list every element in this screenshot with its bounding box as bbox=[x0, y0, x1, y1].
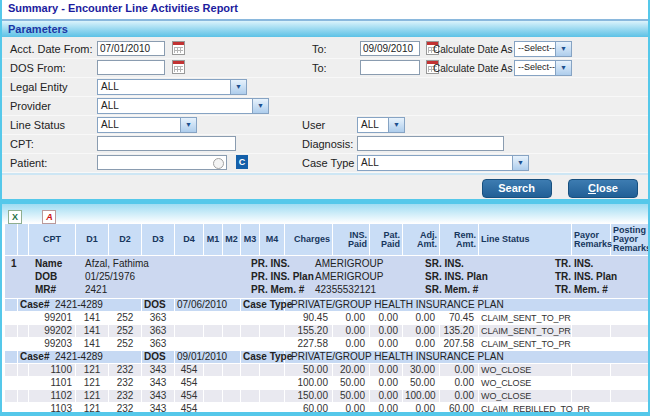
line-row: 99203141252363227.580.000.000.00207.58CL… bbox=[5, 338, 650, 350]
cpt-input[interactable] bbox=[97, 136, 236, 151]
cell-ins_paid: 50.00 bbox=[333, 390, 369, 402]
cell-m1 bbox=[204, 338, 222, 350]
cell-d1: 141 bbox=[76, 338, 108, 350]
cell-cpt: 1102 bbox=[29, 390, 75, 402]
chevron-down-icon bbox=[555, 42, 571, 56]
acct-date-to-input[interactable] bbox=[360, 41, 420, 56]
cell-pat_paid: 0.00 bbox=[370, 377, 402, 389]
pdf-export-icon[interactable]: A bbox=[42, 210, 56, 224]
close-button[interactable]: Close bbox=[568, 179, 638, 198]
cell-line_status: CLAIM_SENT_TO_PR bbox=[479, 338, 571, 350]
excel-export-icon[interactable]: X bbox=[8, 210, 22, 224]
legal-entity-select[interactable]: ALL bbox=[97, 79, 247, 95]
cell-spacer bbox=[18, 364, 28, 376]
encounter-lines-table: CPT D1 D2 D3 D4 M1 M2 M3 M4 Charges INS.… bbox=[4, 223, 650, 416]
col-d2: D2 bbox=[109, 224, 141, 255]
cell-rem_amt: 135.20 bbox=[440, 325, 478, 337]
patient-input[interactable] bbox=[97, 155, 227, 170]
col-line-status: Line Status bbox=[479, 224, 571, 255]
cell-d4 bbox=[175, 325, 203, 337]
cell-spacer bbox=[5, 403, 17, 415]
col-adj-amt: Adj. Amt. bbox=[403, 224, 439, 255]
cell-charges: 155.20 bbox=[285, 325, 332, 337]
cell-line_status: WO_CLOSE bbox=[479, 364, 571, 376]
tr-ins-plan-label: TR. INS. Plan bbox=[555, 270, 650, 283]
cell-d4: 454 bbox=[175, 377, 203, 389]
form-row-line-status: Line Status ALL User ALL bbox=[2, 116, 648, 135]
col-m2: M2 bbox=[223, 224, 240, 255]
cpt-label: CPT: bbox=[10, 138, 34, 150]
cell-posting_payor_remarks bbox=[611, 325, 650, 337]
cell-payor_remarks bbox=[572, 312, 610, 324]
patient-field: C bbox=[97, 155, 248, 170]
cell-d1: 121 bbox=[76, 390, 108, 402]
cell-d1: 141 bbox=[76, 312, 108, 324]
case-type-label: Case Type bbox=[241, 299, 284, 311]
pr-ins-label: PR. INS. bbox=[251, 257, 315, 270]
calendar-icon[interactable] bbox=[172, 41, 185, 55]
dob-label: DOB bbox=[35, 270, 85, 283]
cell-m4 bbox=[260, 390, 284, 402]
legal-entity-label: Legal Entity bbox=[10, 81, 67, 93]
case-type-select[interactable]: ALL bbox=[357, 155, 529, 171]
case-number: Case# 2421-4289 bbox=[18, 299, 141, 311]
form-row-acct-date: Acct. Date From: To: Calculate Date As -… bbox=[2, 40, 648, 59]
acct-date-to-label: To: bbox=[312, 43, 327, 55]
dos-from-input[interactable] bbox=[97, 60, 165, 75]
cell-posting_payor_remarks bbox=[611, 312, 650, 324]
chevron-down-icon bbox=[230, 80, 246, 94]
cell-charges: 100.00 bbox=[285, 377, 332, 389]
cell-m2 bbox=[223, 312, 240, 324]
cell-charges: 150.00 bbox=[285, 390, 332, 402]
cell-rem_amt: 0.00 bbox=[440, 364, 478, 376]
cell-ins_paid: 0.00 bbox=[333, 325, 369, 337]
cell-pat_paid: 0.00 bbox=[370, 338, 402, 350]
cell-line_status: WO_CLOSE bbox=[479, 390, 571, 402]
cell-spacer bbox=[5, 338, 17, 350]
patient-lookup-circle-icon[interactable] bbox=[213, 158, 224, 169]
calendar-icon[interactable] bbox=[172, 60, 185, 74]
cell-m3 bbox=[241, 312, 259, 324]
search-button[interactable]: Search bbox=[482, 179, 552, 198]
dos-from-calendar[interactable] bbox=[167, 60, 185, 74]
patient-dob: 01/25/1976 bbox=[85, 270, 251, 283]
cell-pat_paid: 0.00 bbox=[370, 325, 402, 337]
user-select[interactable]: ALL bbox=[357, 117, 405, 133]
cell-d1: 141 bbox=[76, 325, 108, 337]
sr-ins-plan-label: SR. INS. Plan bbox=[425, 270, 555, 283]
cell-cpt: 1100 bbox=[29, 364, 75, 376]
provider-select[interactable]: ALL bbox=[97, 98, 269, 114]
cell-d2: 252 bbox=[109, 312, 141, 324]
cell-m2 bbox=[223, 403, 240, 415]
acct-date-from-calendar[interactable] bbox=[167, 41, 185, 55]
calc-date-as-select-1[interactable]: --Select-- bbox=[514, 41, 572, 57]
cell-d3: 343 bbox=[142, 364, 174, 376]
line-status-label: Line Status bbox=[10, 119, 65, 131]
col-m1: M1 bbox=[204, 224, 222, 255]
line-status-select[interactable]: ALL bbox=[97, 117, 197, 133]
cell-adj_amt: 0.00 bbox=[403, 312, 439, 324]
report-window: Summary - Encounter Line Activities Repo… bbox=[0, 0, 650, 416]
cell-d2: 232 bbox=[109, 364, 141, 376]
patient-info-row: 1 Name Afzal, Fathima PR. INS. AMERIGROU… bbox=[5, 256, 650, 298]
spacer bbox=[5, 283, 35, 296]
cell-d3: 343 bbox=[142, 377, 174, 389]
spacer bbox=[5, 270, 35, 283]
page-title: Summary - Encounter Line Activities Repo… bbox=[2, 0, 648, 21]
dos-to-input[interactable] bbox=[360, 60, 420, 75]
col-ins-paid: INS. Paid bbox=[333, 224, 369, 255]
chevron-down-icon bbox=[388, 118, 404, 132]
col-d4: D4 bbox=[175, 224, 203, 255]
diagnosis-input[interactable] bbox=[357, 136, 504, 151]
cell-d2: 252 bbox=[109, 325, 141, 337]
cell-d4: 454 bbox=[175, 364, 203, 376]
calc-date-as-select-2[interactable]: --Select-- bbox=[514, 60, 572, 76]
cell-posting_payor_remarks bbox=[611, 377, 650, 389]
table-header-row: CPT D1 D2 D3 D4 M1 M2 M3 M4 Charges INS.… bbox=[5, 224, 650, 255]
cell-adj_amt: 30.00 bbox=[403, 364, 439, 376]
form-row-legal-entity: Legal Entity ALL bbox=[2, 78, 648, 97]
acct-date-from-input[interactable] bbox=[97, 41, 165, 56]
cell-m1 bbox=[204, 377, 222, 389]
user-label: User bbox=[302, 119, 325, 131]
patient-clear-button[interactable]: C bbox=[236, 155, 248, 169]
